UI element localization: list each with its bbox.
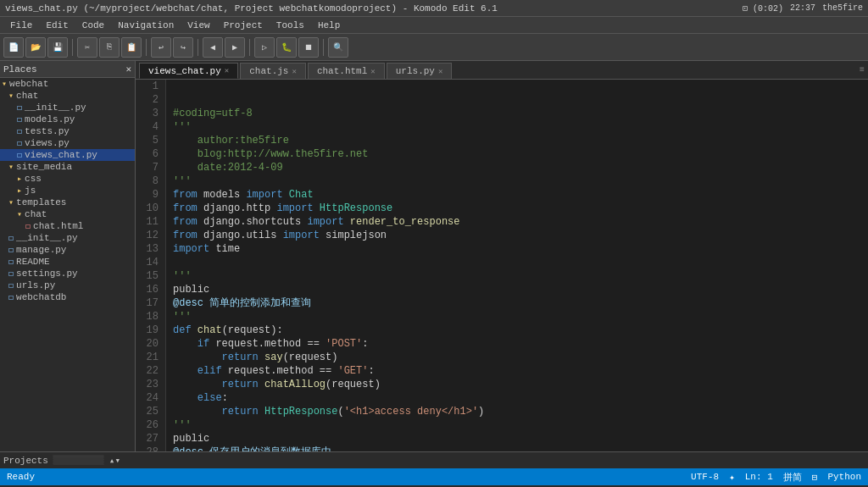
line-number: 19 — [142, 324, 159, 337]
menu-edit[interactable]: Edit — [39, 19, 75, 32]
folder-expand-icon: ▾ — [8, 162, 14, 172]
sidebar-item-urls-py[interactable]: ◻ urls.py — [0, 279, 135, 291]
sidebar: Places ✕ ▾ webchat ▾ chat ◻ __init__.py … — [0, 61, 136, 451]
toolbar-debug[interactable]: 🐛 — [276, 37, 297, 58]
line-number: 26 — [142, 418, 159, 432]
sidebar-item-label: chat.html — [33, 221, 83, 231]
toolbar-undo[interactable]: ↩ — [151, 37, 171, 58]
sidebar-item-templates[interactable]: ▾ templates — [0, 196, 135, 208]
toolbar-open[interactable]: 📂 — [25, 37, 46, 58]
toolbar-save[interactable]: 💾 — [47, 37, 68, 58]
menu-tools[interactable]: Tools — [270, 19, 311, 32]
code-line: #coding=utf-8 — [173, 107, 861, 120]
toolbar-sep-5 — [323, 39, 324, 56]
ime-indicator[interactable]: 拼简 — [783, 471, 802, 484]
status-right: UTF-8 ✦ Ln: 1 拼简 ⊟ Python — [691, 471, 861, 484]
tab-close-icon[interactable]: ✕ — [438, 67, 442, 76]
code-line: def chat(request): — [173, 324, 861, 337]
toolbar-redo[interactable]: ↪ — [173, 37, 193, 58]
sidebar-item-label: tests.py — [25, 126, 70, 136]
folder-icon: ▸ — [17, 174, 22, 184]
toolbar-sep-1 — [72, 39, 73, 56]
tab-label: urls.py — [396, 66, 435, 76]
tab-close-icon[interactable]: ✕ — [225, 66, 229, 75]
code-line: ''' — [173, 269, 861, 283]
toolbar-paste[interactable]: 📋 — [121, 37, 142, 58]
code-line: blog:http://www.the5fire.net — [173, 147, 861, 161]
toolbar-copy[interactable]: ⎘ — [99, 37, 120, 58]
sidebar-item-readme[interactable]: ◻ README — [0, 256, 135, 268]
status-ready-text: Ready — [7, 472, 35, 482]
tab-options-icon[interactable]: ≡ — [860, 65, 868, 75]
menu-project[interactable]: Project — [217, 19, 270, 32]
sidebar-item-site-media[interactable]: ▾ site_media — [0, 161, 135, 173]
menu-file[interactable]: File — [3, 19, 39, 32]
sidebar-item-label: js — [25, 185, 36, 196]
toolbar-run[interactable]: ▷ — [254, 37, 275, 58]
toolbar-new[interactable]: 📄 — [3, 37, 24, 58]
time-display: 22:37 — [790, 3, 815, 13]
sidebar-item-webchatdb[interactable]: ◻ webchatdb — [0, 291, 135, 303]
statusbar: Ready UTF-8 ✦ Ln: 1 拼简 ⊟ Python — [0, 468, 868, 485]
toolbar-stop[interactable]: ⏹ — [298, 37, 319, 58]
file-icon: ◻ — [17, 138, 22, 148]
sidebar-item-chat-html[interactable]: ◻ chat.html — [0, 220, 135, 232]
sidebar-item-settings-py[interactable]: ◻ settings.py — [0, 268, 135, 279]
toolbar-back[interactable]: ◀ — [203, 37, 223, 58]
line-number: 12 — [142, 229, 159, 242]
menu-navigation[interactable]: Navigation — [111, 19, 181, 32]
toolbar-sep-3 — [198, 39, 198, 56]
tab-chat-js[interactable]: chat.js ✕ — [240, 63, 306, 79]
sidebar-item-chat-folder[interactable]: ▾ chat — [0, 208, 135, 220]
sidebar-item-label: README — [16, 257, 50, 267]
line-number: 22 — [142, 364, 159, 378]
sidebar-header: Places ✕ — [0, 61, 135, 78]
menu-help[interactable]: Help — [311, 19, 347, 32]
sidebar-item-css[interactable]: ▸ css — [0, 173, 135, 185]
toolbar-cut[interactable]: ✂ — [77, 37, 97, 58]
sidebar-item-chat[interactable]: ▾ chat — [0, 90, 135, 102]
sidebar-item-views-chat-py[interactable]: ◻ views_chat.py — [0, 149, 135, 161]
code-container: 1234567891011121314151617181920212223242… — [136, 80, 868, 451]
separator: ✦ — [729, 472, 735, 483]
sidebar-item-label: urls.py — [16, 280, 55, 291]
tab-area: views_chat.py ✕ chat.js ✕ chat.html ✕ ur… — [139, 63, 860, 79]
sidebar-item-js[interactable]: ▸ js — [0, 185, 135, 196]
folder-expand-icon: ▾ — [2, 79, 7, 89]
code-line: if request.method == 'POST': — [173, 337, 861, 351]
code-line — [173, 256, 861, 269]
projects-arrows[interactable]: ▴▾ — [109, 455, 120, 466]
menu-view[interactable]: View — [181, 19, 216, 32]
sidebar-item-init-root[interactable]: ◻ __init__.py — [0, 232, 135, 244]
toolbar-forward[interactable]: ▶ — [225, 37, 245, 58]
sidebar-item-models-py[interactable]: ◻ models.py — [0, 113, 135, 125]
tab-close-icon[interactable]: ✕ — [292, 67, 296, 76]
sidebar-item-webchat[interactable]: ▾ webchat — [0, 78, 135, 90]
language-indicator[interactable]: Python — [827, 472, 861, 482]
toolbar-find[interactable]: 🔍 — [328, 37, 348, 58]
tab-urls-py[interactable]: urls.py ✕ — [387, 63, 453, 79]
titlebar-controls: ⊡ (0:02) 22:37 the5fire — [743, 3, 863, 14]
code-line: else: — [173, 391, 861, 405]
sidebar-item-init-py[interactable]: ◻ __init__.py — [0, 102, 135, 113]
tab-close-icon[interactable]: ✕ — [370, 67, 375, 76]
tab-views-chat[interactable]: views_chat.py ✕ — [139, 63, 238, 79]
sidebar-item-tests-py[interactable]: ◻ tests.py — [0, 125, 135, 137]
line-number: 15 — [142, 269, 159, 283]
sidebar-item-manage-py[interactable]: ◻ manage.py — [0, 244, 135, 256]
encoding-indicator[interactable]: UTF-8 — [691, 472, 719, 482]
tabbar: views_chat.py ✕ chat.js ✕ chat.html ✕ ur… — [136, 61, 868, 80]
file-icon: ◻ — [8, 292, 14, 302]
line-number: 27 — [142, 432, 159, 445]
menu-code[interactable]: Code — [75, 19, 111, 32]
line-number: 24 — [142, 391, 159, 405]
sidebar-close-icon[interactable]: ✕ — [125, 64, 131, 75]
code-line: @desc 保存用户的消息到数据库中 — [173, 445, 861, 451]
tab-chat-html[interactable]: chat.html ✕ — [308, 63, 385, 79]
status-ready: Ready — [7, 472, 681, 482]
code-line: public — [173, 432, 861, 445]
sidebar-item-views-py[interactable]: ◻ views.py — [0, 137, 135, 149]
line-number: 1 — [142, 80, 159, 93]
code-editor[interactable]: 1234567891011121314151617181920212223242… — [136, 80, 868, 451]
code-area[interactable]: #coding=utf-8''' author:the5fire blog:ht… — [166, 80, 868, 451]
